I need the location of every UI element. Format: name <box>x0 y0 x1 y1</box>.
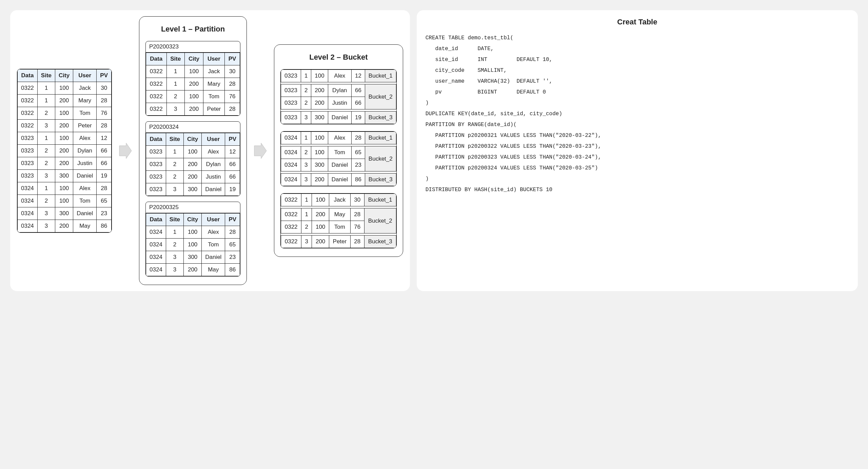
cell: 0322 <box>281 208 301 221</box>
sql-code: CREATE TABLE demo.test_tbl( date_id DATE… <box>426 33 849 195</box>
cell: 2 <box>37 144 55 157</box>
cell: 0323 <box>146 146 166 158</box>
cell: 28 <box>225 103 240 116</box>
cell: Daniel <box>328 111 351 124</box>
cell: 200 <box>185 103 203 116</box>
cell: 100 <box>55 107 73 119</box>
cell: 86 <box>351 174 365 186</box>
col-header: PV <box>97 69 112 82</box>
cell: 0324 <box>281 174 301 186</box>
table-row: 03232200Dylan66 <box>18 144 112 157</box>
cell: May <box>73 220 97 232</box>
cell: 100 <box>311 146 328 159</box>
col-header: Site <box>166 213 183 226</box>
bucket-label: Bucket_3 <box>365 174 396 186</box>
col-header: City <box>185 53 203 65</box>
cell: Daniel <box>202 183 225 196</box>
cell: 19 <box>97 169 112 182</box>
table-row: 03231100Alex12 <box>146 146 240 158</box>
cell: 12 <box>97 132 112 144</box>
cell: 3 <box>301 111 311 124</box>
table-row: 03223200Peter28 <box>18 119 112 132</box>
col-header: User <box>202 133 225 146</box>
bucket-label: Bucket_1 <box>365 132 396 144</box>
cell: 100 <box>185 65 203 78</box>
cell: 100 <box>184 226 202 239</box>
cell: 0324 <box>146 239 166 251</box>
cell: 12 <box>351 70 365 82</box>
cell: 86 <box>97 220 112 232</box>
cell: 100 <box>311 70 328 82</box>
cell: 0322 <box>146 65 166 78</box>
cell: Alex <box>328 70 351 82</box>
col-header: User <box>73 69 97 82</box>
cell: Peter <box>329 236 350 248</box>
table-row: 03231100Alex12 <box>18 132 112 144</box>
cell: Tom <box>202 239 225 251</box>
svg-marker-0 <box>119 143 132 159</box>
level2-panel: Level 2 – Bucket 03231100Alex12Bucket_10… <box>274 44 403 257</box>
cell: 28 <box>97 119 112 132</box>
col-header: City <box>184 213 202 226</box>
cell: 200 <box>184 171 202 183</box>
cell: 2 <box>301 146 311 159</box>
cell: 200 <box>55 220 73 232</box>
table-row: 03241100Alex28Bucket_1 <box>281 132 396 144</box>
cell: 100 <box>185 90 203 103</box>
cell: Justin <box>328 97 351 109</box>
cell: Tom <box>328 146 351 159</box>
partition-label: P20200323 <box>146 41 240 53</box>
cell: Alex <box>73 132 97 144</box>
table-row: 03221100Jack30 <box>146 65 240 78</box>
cell: 100 <box>312 194 329 206</box>
table-row: 03232200Justin66 <box>146 171 240 183</box>
cell: 28 <box>225 226 240 239</box>
cell: Dylan <box>328 84 351 97</box>
bucket-label: Bucket_2 <box>365 146 396 171</box>
table-row: 03242100Tom65 <box>146 239 240 251</box>
cell: Peter <box>203 103 224 116</box>
cell: 0322 <box>146 78 166 90</box>
cell: 100 <box>311 132 328 144</box>
table-row: 03233300Daniel19 <box>146 183 240 196</box>
table-row: 03243200Daniel86Bucket_3 <box>281 174 396 186</box>
cell: 2 <box>301 221 312 233</box>
partition-block: P20200324DataSiteCityUserPV03231100Alex1… <box>145 121 240 196</box>
cell: 1 <box>301 208 312 221</box>
cell: 2 <box>37 157 55 169</box>
cell: Tom <box>203 90 224 103</box>
level2-title: Level 2 – Bucket <box>280 53 397 62</box>
cell: 2 <box>301 84 311 97</box>
bucket-group: 03231100Alex12Bucket_103232200Dylan66Buc… <box>280 69 397 124</box>
cell: 28 <box>351 132 365 144</box>
cell: Mary <box>203 78 224 90</box>
cell: 66 <box>225 158 240 171</box>
cell: 66 <box>97 144 112 157</box>
cell: 76 <box>97 107 112 119</box>
cell: 3 <box>301 159 311 171</box>
level1-title: Level 1 – Partition <box>145 25 240 34</box>
col-header: City <box>55 69 73 82</box>
col-header: PV <box>225 53 240 65</box>
cell: 65 <box>225 239 240 251</box>
table-row: 03221200Mary28 <box>18 94 112 107</box>
cell: 65 <box>97 195 112 207</box>
cell: Daniel <box>73 207 97 220</box>
cell: 2 <box>301 97 311 109</box>
cell: 66 <box>351 84 365 97</box>
diagram-panel: DataSiteCityUserPV03221100Jack3003221200… <box>10 10 410 291</box>
cell: 0323 <box>281 70 301 82</box>
table-row: 03232200Dylan66Bucket_2 <box>281 84 396 97</box>
col-header: Site <box>166 133 183 146</box>
cell: 28 <box>225 78 240 90</box>
cell: 200 <box>55 119 73 132</box>
cell: 300 <box>311 111 328 124</box>
table-row: 03243300Daniel23 <box>18 207 112 220</box>
cell: 0323 <box>18 144 38 157</box>
table-row: 03243200May86 <box>18 220 112 232</box>
bucket-label: Bucket_1 <box>364 194 396 206</box>
cell: 0322 <box>18 119 38 132</box>
cell: Alex <box>202 146 225 158</box>
cell: 200 <box>55 157 73 169</box>
source-table: DataSiteCityUserPV03221100Jack3003221200… <box>17 69 112 233</box>
